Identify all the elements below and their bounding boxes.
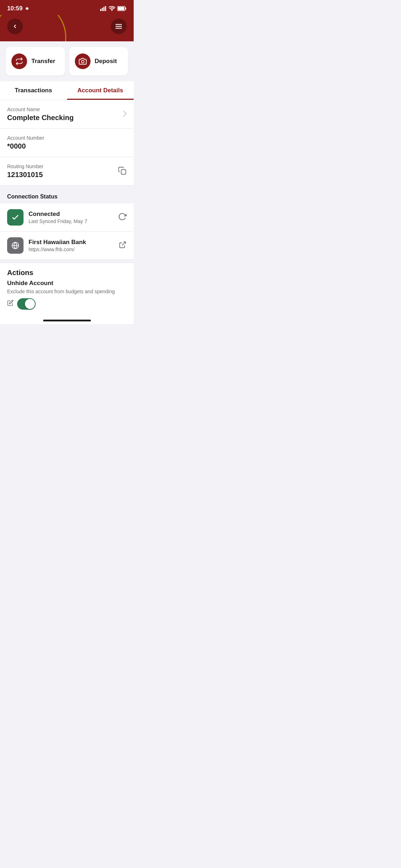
actions-title: Actions (7, 269, 127, 277)
unhide-title: Unhide Account (7, 280, 127, 287)
back-button[interactable] (7, 19, 23, 34)
routing-number-info: Routing Number 121301015 (7, 164, 118, 179)
account-name-chevron-icon (123, 110, 127, 118)
unhide-row: Unhide Account Exclude this account from… (7, 278, 127, 310)
transfer-label: Transfer (31, 58, 55, 65)
account-number-label: Account Number (7, 135, 127, 141)
account-name-row[interactable]: Account Name Complete Checking (0, 100, 134, 129)
refresh-icon[interactable] (118, 212, 127, 222)
account-details-content: Account Name Complete Checking Account N… (0, 100, 134, 186)
action-buttons-row: Transfer Deposit (0, 41, 134, 81)
menu-button[interactable] (111, 19, 127, 34)
svg-rect-2 (103, 7, 104, 11)
transfer-button[interactable]: Transfer (6, 47, 65, 76)
routing-number-row[interactable]: Routing Number 121301015 (0, 157, 134, 186)
tabs: Transactions Account Details (0, 81, 134, 100)
connected-last-synced: Last Synced Friday, May 7 (29, 218, 113, 224)
connected-row[interactable]: Connected Last Synced Friday, May 7 (0, 203, 134, 232)
section-spacer-1 (0, 186, 134, 188)
actions-section: Actions Unhide Account Exclude this acco… (0, 263, 134, 315)
edit-icon[interactable] (7, 300, 14, 308)
connected-icon (7, 209, 24, 226)
svg-line-14 (122, 242, 125, 246)
home-bar (43, 320, 91, 321)
header (0, 15, 134, 41)
connection-status-title: Connection Status (7, 193, 127, 200)
toggle-thumb (25, 299, 35, 309)
bank-row[interactable]: First Hawaiian Bank https://www.fhb.com/ (0, 232, 134, 260)
account-number-row: Account Number *0000 (0, 129, 134, 157)
deposit-button[interactable]: Deposit (69, 47, 128, 76)
svg-rect-5 (125, 7, 127, 10)
copy-icon[interactable] (118, 166, 127, 176)
svg-point-10 (81, 60, 84, 63)
account-number-info: Account Number *0000 (7, 135, 127, 150)
svg-rect-3 (105, 6, 106, 11)
unhide-description: Exclude this account from budgets and sp… (7, 288, 127, 295)
bank-name: First Hawaiian Bank (29, 239, 114, 246)
unhide-controls (7, 298, 127, 310)
account-name-info: Account Name Complete Checking (7, 107, 123, 122)
header-nav (7, 19, 127, 34)
connected-name: Connected (29, 211, 113, 218)
routing-number-value: 121301015 (7, 171, 118, 179)
status-time: 10:59 (7, 5, 29, 12)
tab-transactions[interactable]: Transactions (0, 81, 67, 100)
home-indicator (0, 315, 134, 324)
svg-rect-11 (121, 170, 126, 174)
svg-rect-0 (100, 9, 101, 11)
tab-account-details[interactable]: Account Details (67, 81, 134, 100)
unhide-info: Unhide Account Exclude this account from… (7, 280, 127, 310)
bank-icon (7, 237, 24, 254)
external-link-icon[interactable] (119, 241, 127, 250)
svg-rect-6 (118, 7, 124, 10)
account-name-label: Account Name (7, 107, 123, 112)
unhide-toggle[interactable] (17, 298, 36, 310)
status-icons (100, 6, 127, 11)
connected-info: Connected Last Synced Friday, May 7 (29, 211, 113, 224)
routing-number-label: Routing Number (7, 164, 118, 169)
section-spacer-2 (0, 260, 134, 263)
status-bar: 10:59 (0, 0, 134, 15)
deposit-icon (75, 53, 91, 69)
svg-rect-1 (102, 8, 103, 11)
account-name-value: Complete Checking (7, 114, 123, 122)
bank-url: https://www.fhb.com/ (29, 247, 114, 252)
connection-status-header: Connection Status (0, 188, 134, 203)
bank-info: First Hawaiian Bank https://www.fhb.com/ (29, 239, 114, 252)
transfer-icon (11, 53, 27, 69)
deposit-label: Deposit (95, 58, 117, 65)
account-number-value: *0000 (7, 142, 127, 150)
